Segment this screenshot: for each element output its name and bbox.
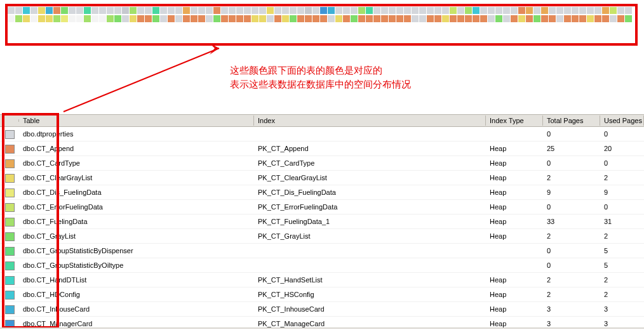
heatmap-cell	[206, 23, 213, 30]
table-row[interactable]: dbo.CT_CardTypePK_CT_CardTypeHeap00	[0, 156, 644, 171]
heatmap-cell	[473, 7, 480, 14]
heatmap-cell	[305, 15, 312, 22]
table-row[interactable]: dbo.CT_HDConfigPK_CT_HSConfigHeap22	[0, 287, 644, 302]
table-row[interactable]: dbo.CT_Dis_FuelingDataPK_CT_Dis_FuelingD…	[0, 185, 644, 200]
row-color-cell	[0, 217, 19, 227]
heatmap-cell	[290, 15, 297, 22]
heatmap-cell	[572, 15, 579, 22]
heatmap	[8, 7, 635, 31]
row-table-name: dbo.CT_ClearGrayList	[19, 173, 254, 183]
heatmap-cell	[457, 23, 464, 30]
row-used-pages: 5	[600, 246, 644, 256]
header-index-type[interactable]: Index Type	[486, 116, 543, 126]
row-total-pages: 0	[543, 158, 600, 168]
row-color-cell	[0, 202, 19, 212]
heatmap-cell	[564, 7, 571, 14]
row-index-type: Heap	[486, 289, 543, 300]
heatmap-cell	[343, 23, 350, 30]
heatmap-cell	[625, 15, 632, 22]
annotation-text: 这些颜色跟下面的表的颜色是对应的 表示这些表数据在数据库中的空间分布情况	[230, 63, 411, 91]
table-row[interactable]: dbo.CT_AppendPK_CT_AppendHeap2520	[0, 142, 644, 156]
row-used-pages: 31	[600, 216, 644, 227]
heatmap-cell	[46, 23, 53, 30]
heatmap-cell	[442, 23, 449, 30]
row-used-pages: 20	[600, 143, 644, 154]
heatmap-cell	[389, 15, 396, 22]
heatmap-cell	[244, 23, 251, 30]
heatmap-cell	[526, 23, 533, 30]
table-row[interactable]: dbo.CT_GrayListPK_CT_GrayListHeap22	[0, 229, 644, 244]
heatmap-cell	[617, 7, 624, 14]
heatmap-cell	[488, 15, 495, 22]
heatmap-cell	[259, 7, 266, 14]
heatmap-cell	[457, 15, 464, 22]
table-row[interactable]: dbo.CT_ErrorFuelingDataPK_CT_ErrorFuelin…	[0, 200, 644, 214]
heatmap-cell	[297, 23, 304, 30]
row-table-name: dbo.CT_CardType	[19, 158, 254, 168]
heatmap-cell	[229, 23, 236, 30]
heatmap-cell	[23, 15, 30, 22]
heatmap-cell	[46, 7, 53, 14]
heatmap-cell	[8, 7, 15, 14]
heatmap-cell	[38, 15, 45, 22]
heatmap-cell	[564, 15, 571, 22]
heatmap-cell	[130, 23, 137, 30]
table-row[interactable]: dbo.CT_GroupStatisticByOiltype05	[0, 258, 644, 273]
heatmap-cell	[587, 23, 594, 30]
heatmap-cell	[191, 7, 198, 14]
heatmap-cell	[617, 23, 624, 30]
heatmap-cell	[351, 7, 358, 14]
table-row[interactable]: dbo.dtproperties00	[0, 127, 644, 142]
color-swatch	[5, 305, 15, 314]
header-color[interactable]	[0, 119, 19, 122]
header-used-pages[interactable]: Used Pages	[600, 116, 644, 126]
heatmap-cell	[533, 15, 540, 22]
color-swatch	[5, 188, 15, 197]
heatmap-cell	[8, 23, 15, 30]
heatmap-cell	[137, 15, 144, 22]
heatmap-cell	[404, 23, 411, 30]
row-table-name: dbo.CT_GrayList	[19, 231, 254, 241]
heatmap-cell	[427, 15, 434, 22]
heatmap-cell	[183, 23, 190, 30]
heatmap-cell	[221, 23, 228, 30]
heatmap-cell	[381, 15, 388, 22]
heatmap-cell	[229, 15, 236, 22]
heatmap-cell	[30, 7, 37, 14]
heatmap-cell	[114, 15, 121, 22]
row-index-type: Heap	[486, 231, 543, 241]
heatmap-cell	[38, 23, 45, 30]
heatmap-cell	[160, 23, 167, 30]
heatmap-cell	[191, 23, 198, 30]
heatmap-cell	[175, 7, 182, 14]
heatmap-cell	[328, 23, 335, 30]
heatmap-cell	[122, 7, 129, 14]
heatmap-cell	[358, 15, 365, 22]
table-row[interactable]: dbo.CT_HandDTListPK_CT_HandSetListHeap22	[0, 273, 644, 287]
heatmap-cell	[76, 7, 83, 14]
table-row[interactable]: dbo.CT_InhouseCardPK_CT_InhouseCardHeap3…	[0, 302, 644, 317]
heatmap-cell	[412, 15, 419, 22]
row-used-pages: 0	[600, 202, 644, 212]
heatmap-cell	[236, 15, 243, 22]
row-color-cell	[0, 246, 19, 256]
table-row[interactable]: dbo.CT_ClearGrayListPK_CT_ClearGrayListH…	[0, 171, 644, 185]
heatmap-cell	[518, 7, 525, 14]
table-view: Table Index Index Type Total Pages Used …	[0, 114, 644, 330]
heatmap-cell	[533, 7, 540, 14]
row-color-cell	[0, 275, 19, 285]
heatmap-cell	[518, 23, 525, 30]
row-table-name: dbo.CT_FuelingData	[19, 216, 254, 227]
heatmap-cell	[450, 7, 457, 14]
header-total-pages[interactable]: Total Pages	[543, 116, 600, 126]
row-color-cell	[0, 261, 19, 270]
table-row[interactable]: dbo.CT_GroupStatisticByDispenser05	[0, 244, 644, 258]
row-color-cell	[0, 173, 19, 183]
header-table[interactable]: Table	[19, 116, 254, 126]
heatmap-row	[8, 15, 635, 23]
row-table-name: dbo.CT_Dis_FuelingData	[19, 187, 254, 197]
row-index-name	[254, 133, 486, 135]
table-row[interactable]: dbo.CT_FuelingDataPK_CT_FuelingData_1Hea…	[0, 214, 644, 229]
header-index[interactable]: Index	[254, 116, 486, 126]
heatmap-cell	[30, 23, 37, 30]
